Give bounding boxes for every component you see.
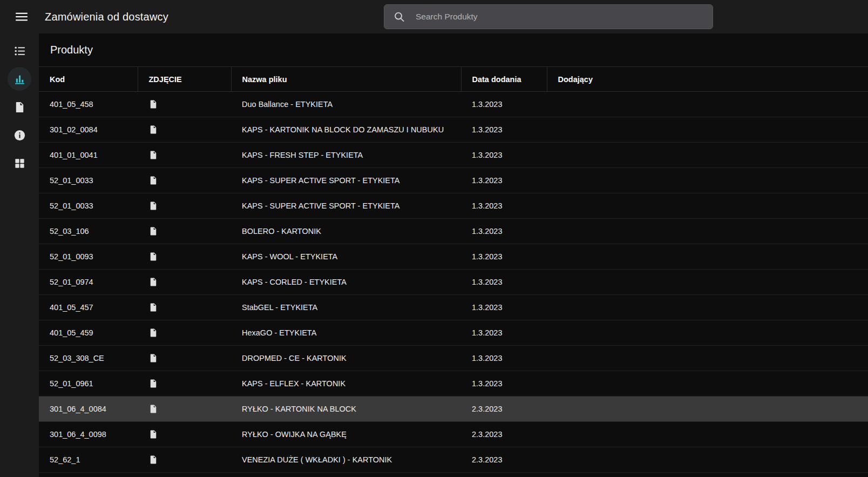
cell-nazwa-pliku: RYŁKO - KARTONIK NA BLOCK (231, 397, 461, 422)
page-title-row: Produkty (39, 33, 868, 66)
table-row[interactable]: 301_06_4_0098 RYŁKO - OWIJKA NA GĄBKĘ 2.… (39, 422, 868, 447)
sidebar-item-pdf[interactable] (8, 95, 31, 119)
document-icon (148, 226, 158, 236)
document-icon (148, 303, 158, 312)
document-icon (148, 176, 158, 185)
info-icon (13, 129, 26, 142)
cell-zdjecie (138, 168, 231, 193)
cell-kod: 301_02_0084 (39, 117, 138, 143)
cell-dodajacy (547, 270, 868, 295)
cell-kod: 52_01_0033 (39, 193, 138, 219)
cell-kod: 401_05_459 (39, 320, 138, 346)
topbar: Zamówienia od dostawcy (0, 0, 868, 33)
cell-zdjecie (138, 422, 231, 447)
column-header-dodajacy[interactable]: Dodający (547, 67, 868, 92)
cell-data-dodania: 1.3.2023 (461, 92, 547, 117)
table-row[interactable]: 52_03_308_CE DROPMED - CE - KARTONIK 1.3… (39, 346, 868, 371)
cell-dodajacy (547, 193, 868, 219)
column-header-nazwa-pliku[interactable]: Nazwa pliku (231, 67, 461, 92)
cell-data-dodania: 1.3.2023 (461, 117, 547, 143)
sidebar-item-info[interactable] (8, 123, 31, 147)
column-header-data-dodania[interactable]: Data dodania (461, 67, 547, 92)
table-row[interactable]: 52_62_1 VENEZIA DUŻE ( WKŁADKI ) - KARTO… (39, 447, 868, 473)
cell-nazwa-pliku: BOLERO - KARTONIK (231, 219, 461, 244)
table-row[interactable]: 52_01_0033 KAPS - SUPER ACTIVE SPORT - E… (39, 193, 868, 219)
cell-nazwa-pliku: KAPS - SUPER ACTIVE SPORT - ETYKIETA (231, 168, 461, 193)
document-icon (148, 277, 158, 287)
table-row[interactable]: 401_05_458 Duo Ballance - ETYKIETA 1.3.2… (39, 92, 868, 117)
table-header-row: Kod ZDJĘCIE Nazwa pliku Data dodania Dod… (39, 67, 868, 92)
cell-nazwa-pliku: Duo Ballance - ETYKIETA (231, 92, 461, 117)
cell-nazwa-pliku: VENEZIA DUŻE ( WKŁADKI ) - KARTONIK (231, 447, 461, 473)
pdf-file-icon (13, 101, 26, 113)
cell-zdjecie (138, 193, 231, 219)
table-row[interactable]: 52_03_106 BOLERO - KARTONIK 1.3.2023 (39, 219, 868, 244)
sidebar-item-dashboard[interactable] (8, 151, 31, 175)
cell-kod: 401_01_0041 (39, 143, 138, 168)
cell-kod: 301_06_4_0084 (39, 397, 138, 422)
table-row[interactable]: 52_01_0974 KAPS - CORLED - ETYKIETA 1.3.… (39, 270, 868, 295)
produkty-table: Kod ZDJĘCIE Nazwa pliku Data dodania Dod… (39, 66, 868, 473)
sidebar-item-list[interactable] (8, 39, 31, 63)
cell-kod: 52_03_308_CE (39, 346, 138, 371)
cell-dodajacy (547, 117, 868, 143)
column-header-zdjecie[interactable]: ZDJĘCIE (138, 67, 231, 92)
table-row[interactable]: 52_01_0093 KAPS - WOOL - ETYKIETA 1.3.20… (39, 244, 868, 270)
table-row[interactable]: 52_01_0033 KAPS - SUPER ACTIVE SPORT - E… (39, 168, 868, 193)
cell-data-dodania: 2.3.2023 (461, 447, 547, 473)
cell-zdjecie (138, 117, 231, 143)
cell-dodajacy (547, 346, 868, 371)
table-row[interactable]: 301_06_4_0084 RYŁKO - KARTONIK NA BLOCK … (39, 397, 868, 422)
produkty-table-body: 401_05_458 Duo Ballance - ETYKIETA 1.3.2… (39, 92, 868, 473)
document-icon (148, 150, 158, 160)
cell-data-dodania: 1.3.2023 (461, 346, 547, 371)
cell-data-dodania: 1.3.2023 (461, 320, 547, 346)
cell-zdjecie (138, 295, 231, 320)
cell-kod: 52_01_0961 (39, 371, 138, 397)
cell-dodajacy (547, 422, 868, 447)
cell-nazwa-pliku: KAPS - FRESH STEP - ETYKIETA (231, 143, 461, 168)
sidebar (0, 33, 39, 477)
table-row[interactable]: 401_01_0041 KAPS - FRESH STEP - ETYKIETA… (39, 143, 868, 168)
cell-dodajacy (547, 320, 868, 346)
hamburger-icon (15, 10, 29, 24)
column-header-kod[interactable]: Kod (39, 67, 138, 92)
cell-data-dodania: 1.3.2023 (461, 193, 547, 219)
search-input[interactable] (384, 4, 713, 29)
cell-nazwa-pliku: DROPMED - CE - KARTONIK (231, 346, 461, 371)
sidebar-item-charts[interactable] (8, 67, 31, 91)
cell-kod: 52_01_0033 (39, 168, 138, 193)
document-icon (148, 379, 158, 388)
table-row[interactable]: 52_01_0961 KAPS - ELFLEX - KARTONIK 1.3.… (39, 371, 868, 397)
section-title: Produkty (50, 44, 93, 56)
table-row[interactable]: 301_02_0084 KAPS - KARTONIK NA BLOCK DO … (39, 117, 868, 143)
cell-kod: 52_01_0093 (39, 244, 138, 270)
document-icon (148, 429, 158, 439)
cell-data-dodania: 1.3.2023 (461, 270, 547, 295)
cell-zdjecie (138, 219, 231, 244)
cell-kod: 52_62_1 (39, 447, 138, 473)
cell-nazwa-pliku: KAPS - WOOL - ETYKIETA (231, 244, 461, 270)
cell-nazwa-pliku: HexaGO - ETYKIETA (231, 320, 461, 346)
cell-dodajacy (547, 244, 868, 270)
hamburger-menu-button[interactable] (11, 6, 32, 28)
cell-zdjecie (138, 143, 231, 168)
cell-data-dodania: 2.3.2023 (461, 397, 547, 422)
cell-zdjecie (138, 92, 231, 117)
document-icon (148, 252, 158, 261)
cell-kod: 301_06_4_0098 (39, 422, 138, 447)
grid-icon (13, 157, 26, 170)
table-row[interactable]: 401_05_457 StabGEL - ETYKIETA 1.3.2023 (39, 295, 868, 320)
document-icon (148, 455, 158, 465)
cell-dodajacy (547, 447, 868, 473)
table-row[interactable]: 401_05_459 HexaGO - ETYKIETA 1.3.2023 (39, 320, 868, 346)
cell-data-dodania: 1.3.2023 (461, 219, 547, 244)
cell-dodajacy (547, 143, 868, 168)
cell-dodajacy (547, 168, 868, 193)
cell-kod: 401_05_458 (39, 92, 138, 117)
cell-kod: 401_05_457 (39, 295, 138, 320)
document-icon (148, 404, 158, 414)
document-icon (148, 125, 158, 135)
document-icon (148, 99, 158, 109)
search-bar (384, 4, 713, 29)
